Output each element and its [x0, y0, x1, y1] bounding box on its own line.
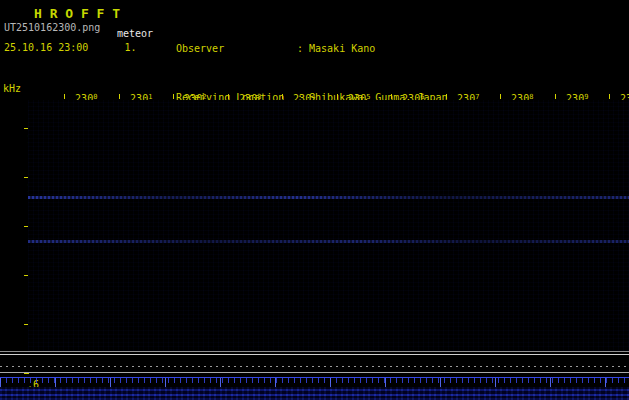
x-tick-mark [391, 94, 392, 99]
y-tick: .7 [3, 319, 23, 330]
y-axis-unit-label: kHz [3, 83, 21, 94]
output-filename: UT2510162300.png [4, 22, 100, 33]
observation-mode-label: meteor [117, 28, 153, 39]
y-tick: 1.0 [3, 172, 23, 183]
noise-floor-band [0, 387, 629, 400]
y-tick: .8 [3, 270, 23, 281]
background-noise-speckle [28, 100, 629, 351]
signal-level-trace [0, 354, 629, 355]
signal-level-trace [0, 351, 629, 352]
y-tick-mark [24, 373, 29, 374]
app-title: H R O F F T [34, 6, 120, 21]
x-tick: 2302 [160, 82, 186, 99]
x-tick: 2307 [433, 82, 459, 99]
info-value: : Masaki Kano [297, 43, 375, 54]
x-tick-mark [173, 94, 174, 99]
x-tick-mark [446, 94, 447, 99]
signal-level-trace [0, 372, 629, 373]
hrofft-output: H R O F F T UT2510162300.png meteor 25.1… [0, 0, 629, 400]
info-label: Observer [176, 43, 297, 54]
x-tick: 2300 [51, 82, 77, 99]
x-tick-mark [609, 94, 610, 99]
x-tick: 2304 [269, 82, 295, 99]
x-tick-mark [228, 94, 229, 99]
y-tick: 1.1 [3, 123, 23, 134]
x-tick-mark [64, 94, 65, 99]
noise-band-096khz [28, 196, 629, 199]
observation-timestamp: 25.10.16 23:00 1. [4, 42, 136, 53]
x-tick-mark [337, 94, 338, 99]
x-tick: 2309 [542, 82, 568, 99]
x-tick-mark [500, 94, 501, 99]
signal-level-trace-dotted [0, 366, 629, 367]
x-tick-mark [119, 94, 120, 99]
x-tick: 2303 [215, 82, 241, 99]
x-tick: 2308 [487, 82, 513, 99]
info-row: Observer : Masaki Kano [176, 43, 502, 54]
noise-band-087khz [28, 240, 629, 243]
y-tick: .9 [3, 221, 23, 232]
x-tick: 2310 [596, 82, 622, 99]
spectrogram-plot [28, 100, 629, 351]
x-tick: 2306 [378, 82, 404, 99]
x-tick: 2305 [324, 82, 350, 99]
x-tick-mark [555, 94, 556, 99]
x-tick-mark [282, 94, 283, 99]
x-tick: 2301 [106, 82, 132, 99]
time-axis-minute-ticks [0, 378, 629, 387]
